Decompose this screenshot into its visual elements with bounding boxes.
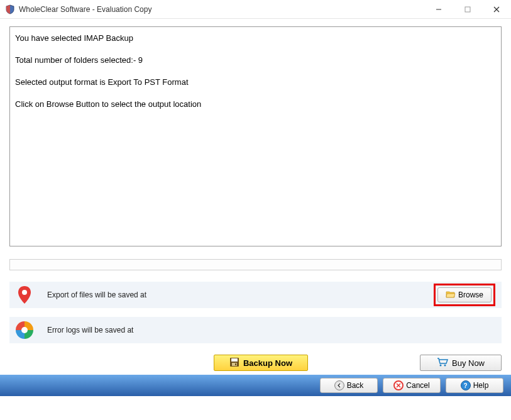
info-line: Click on Browse Button to select the out… [15, 99, 496, 110]
work-area: You have selected IMAP Backup Total numb… [0, 19, 511, 343]
info-box: You have selected IMAP Backup Total numb… [9, 26, 502, 246]
browse-label: Browse [458, 290, 483, 299]
save-disk-icon [229, 357, 239, 369]
error-log-label: Error logs will be saved at [47, 326, 495, 334]
cancel-label: Cancel [406, 381, 429, 390]
separator-bar [9, 259, 502, 270]
cancel-x-icon [393, 380, 404, 390]
svg-rect-1 [465, 7, 470, 12]
buy-label: Buy Now [452, 358, 485, 368]
shopping-cart-icon [437, 357, 448, 369]
back-button[interactable]: Back [320, 378, 378, 393]
buy-now-button[interactable]: Buy Now [420, 355, 502, 371]
svg-point-4 [22, 290, 27, 295]
back-label: Back [347, 381, 364, 390]
backup-now-button[interactable]: Backup Now [214, 355, 308, 371]
output-rows: Export of files will be saved at Browse [9, 282, 502, 343]
export-location-label: Export of files will be saved at [47, 290, 434, 299]
svg-point-11 [444, 364, 446, 366]
svg-rect-7 [231, 358, 238, 362]
export-location-row: Export of files will be saved at Browse [9, 282, 502, 308]
action-bar: Backup Now Buy Now [0, 352, 511, 375]
maximize-button[interactable] [453, 0, 482, 19]
help-label: Help [473, 381, 489, 390]
browse-button[interactable]: Browse [437, 287, 492, 302]
back-arrow-icon [334, 380, 344, 390]
map-pin-icon [13, 284, 36, 306]
pie-chart-icon [13, 319, 36, 341]
help-question-icon: ? [461, 380, 471, 390]
minimize-button[interactable] [424, 0, 453, 19]
browse-highlight: Browse [434, 284, 495, 306]
title-bar: WholeClear Software - Evaluation Copy [0, 0, 511, 19]
svg-point-10 [439, 364, 441, 366]
folder-open-icon [446, 290, 456, 301]
cancel-button[interactable]: Cancel [383, 378, 441, 393]
help-button[interactable]: ? Help [446, 378, 503, 393]
svg-point-5 [21, 327, 28, 333]
window-title: WholeClear Software - Evaluation Copy [19, 5, 424, 14]
info-line: You have selected IMAP Backup [15, 33, 496, 44]
app-icon [5, 4, 15, 14]
svg-rect-9 [235, 363, 236, 365]
error-log-row: Error logs will be saved at [9, 317, 502, 343]
backup-label: Backup Now [243, 358, 292, 368]
info-line: Total number of folders selected:- 9 [15, 55, 496, 66]
close-button[interactable] [482, 0, 511, 19]
footer-bar: Back Cancel ? Help [0, 375, 511, 396]
info-line: Selected output format is Export To PST … [15, 77, 496, 88]
